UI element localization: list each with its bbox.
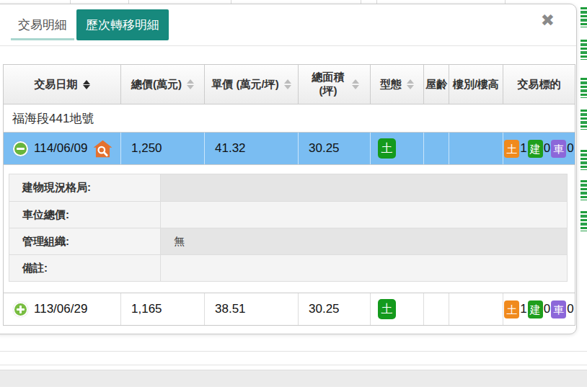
- column-header-floor: 樓別/樓高: [449, 65, 503, 104]
- column-header-label: 樓別/樓高: [453, 78, 499, 92]
- background-divider: [0, 365, 587, 365]
- column-header-date[interactable]: 交易日期: [4, 65, 121, 104]
- tab-transaction-detail[interactable]: 交易明細: [11, 11, 74, 40]
- column-header-label: 屋齡: [425, 78, 447, 92]
- sort-icon[interactable]: [187, 79, 194, 89]
- detail-row: 管理組織: 無: [9, 228, 567, 254]
- transaction-date: 113/06/29: [34, 302, 87, 316]
- total-area: 30.25: [309, 302, 340, 316]
- sort-icon[interactable]: [83, 80, 90, 89]
- background-page-fragment: [581, 150, 587, 170]
- column-header-label: 總價(萬元): [131, 78, 182, 92]
- column-header-type[interactable]: 型態: [371, 65, 424, 104]
- background-page-fragment: [581, 110, 587, 130]
- detail-label: 管理組織:: [9, 228, 161, 254]
- detail-label: 建物現況格局:: [9, 174, 161, 201]
- total-price: 1,250: [131, 141, 162, 156]
- sort-icon[interactable]: [407, 79, 414, 89]
- house-search-icon[interactable]: [93, 140, 112, 158]
- tab-divider: [0, 45, 576, 46]
- background-page-fragment: [581, 78, 587, 98]
- column-header-total-price[interactable]: 總價(萬元): [121, 65, 205, 104]
- detail-row: 車位總價:: [9, 201, 567, 228]
- target-building-badge: 建: [528, 140, 543, 158]
- target-building-badge: 建: [528, 300, 543, 318]
- target-land-badge: 土: [504, 300, 519, 318]
- table-header-row: 交易日期 總價(萬元) 單價 (萬元/坪) 總面積 (坪) 型態: [4, 65, 575, 104]
- target-parking-count: 0: [567, 302, 573, 316]
- detail-label: 車位總價:: [9, 202, 161, 228]
- target-parking-badge: 車: [551, 140, 566, 158]
- unit-price: 38.51: [215, 302, 246, 316]
- page: 交易明細 歷次轉移明細 ✖ 交易日期 總價(萬元) 單價 (萬元/坪): [0, 0, 587, 392]
- column-header-area[interactable]: 總面積 (坪): [299, 65, 371, 104]
- detail-row: 建物現況格局:: [9, 174, 567, 201]
- target-land-badge: 土: [504, 140, 519, 158]
- target-land-count: 1: [520, 302, 526, 316]
- background-page-fragment: [581, 211, 587, 231]
- target-land-count: 1: [520, 141, 526, 156]
- collapse-icon[interactable]: [13, 141, 28, 156]
- expand-icon[interactable]: [13, 302, 28, 317]
- background-divider: [0, 351, 587, 352]
- sort-icon[interactable]: [284, 79, 291, 89]
- column-header-label: 型態: [380, 78, 402, 92]
- background-page-fragment: [581, 180, 587, 200]
- total-area: 30.25: [309, 141, 340, 156]
- tab-bar: 交易明細 歷次轉移明細: [11, 9, 169, 40]
- background-page-strip: [579, 0, 587, 392]
- type-land-badge: 土: [378, 299, 396, 319]
- target-building-count: 0: [544, 141, 550, 156]
- unit-price: 41.32: [215, 141, 246, 156]
- transfer-history-table: 交易日期 總價(萬元) 單價 (萬元/坪) 總面積 (坪) 型態: [3, 64, 575, 326]
- background-gray-band: [0, 370, 587, 387]
- expanded-detail-panel: 建物現況格局: 車位總價: 管理組織: 無 備註:: [4, 164, 575, 293]
- column-header-label: 總面積 (坪): [309, 71, 347, 98]
- detail-table: 建物現況格局: 車位總價: 管理組織: 無 備註:: [9, 174, 568, 282]
- target-building-count: 0: [544, 302, 550, 316]
- target-parking-count: 0: [567, 141, 573, 156]
- sort-icon[interactable]: [352, 79, 359, 89]
- column-header-target: 交易標的: [503, 65, 575, 104]
- column-header-label: 單價 (萬元/坪): [211, 78, 278, 92]
- detail-value: [161, 255, 567, 281]
- land-lot-label: 福海段441地號: [12, 110, 94, 127]
- tab-transfer-history[interactable]: 歷次轉移明細: [76, 9, 169, 40]
- target-parking-badge: 車: [551, 300, 566, 318]
- table-row[interactable]: 113/06/29 1,165 38.51 30.25 土 土1 建0 車0: [4, 293, 575, 325]
- background-page-fragment: [581, 40, 587, 60]
- transfer-history-modal: 交易明細 歷次轉移明細 ✖ 交易日期 總價(萬元) 單價 (萬元/坪): [0, 4, 577, 334]
- background-page-fragment: [581, 7, 587, 27]
- detail-label: 備註:: [9, 255, 161, 281]
- detail-value: [161, 202, 567, 228]
- close-icon[interactable]: ✖: [541, 12, 555, 29]
- table-row[interactable]: 114/06/09 1,250 41.32 30.25 土 土1 建0 車0: [4, 132, 575, 164]
- type-land-badge: 土: [378, 138, 396, 159]
- column-header-unit-price[interactable]: 單價 (萬元/坪): [205, 65, 299, 104]
- detail-value: [161, 174, 567, 201]
- column-header-age: 屋齡: [424, 65, 449, 104]
- column-header-label: 交易日期: [35, 78, 78, 92]
- detail-value: 無: [161, 228, 567, 254]
- detail-row: 備註:: [9, 254, 567, 281]
- land-lot-group-row: 福海段441地號: [4, 104, 575, 132]
- total-price: 1,165: [131, 302, 162, 316]
- column-header-label: 交易標的: [518, 78, 561, 92]
- transaction-date: 114/06/09: [34, 141, 87, 156]
